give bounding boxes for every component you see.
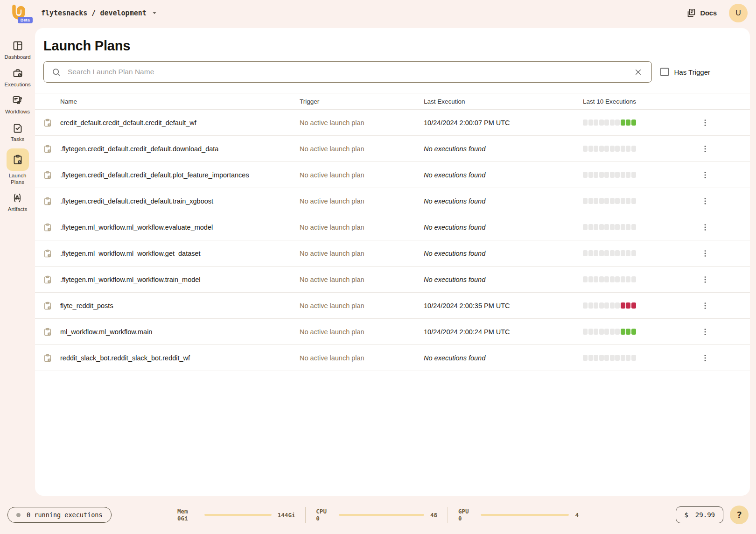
- last-execution: No executions found: [424, 250, 583, 257]
- execution-status-square: [604, 302, 609, 309]
- table-row[interactable]: .flytegen.credit_default.credit_default.…: [35, 188, 750, 214]
- execution-status-square: [599, 172, 604, 178]
- execution-status-square: [621, 198, 625, 204]
- column-header-last-execution: Last Execution: [424, 98, 583, 105]
- resource-usage-bar: [339, 514, 424, 516]
- trigger-status: No active launch plan: [300, 354, 424, 362]
- execution-status-square: [615, 355, 620, 361]
- topbar-right: Docs U: [683, 4, 748, 22]
- last-execution: No executions found: [424, 171, 583, 179]
- execution-status-square: [594, 119, 598, 126]
- execution-status-square: [610, 146, 615, 152]
- execution-status-square: [588, 198, 593, 204]
- row-menu-button[interactable]: [699, 169, 712, 182]
- resource-divider: [448, 507, 448, 523]
- close-icon: [633, 67, 643, 77]
- execution-status-square: [594, 276, 598, 282]
- execution-status-square: [631, 329, 636, 335]
- execution-status-square: [594, 302, 598, 309]
- search-input[interactable]: [67, 67, 627, 77]
- sidebar-item-artifacts[interactable]: Artifacts: [8, 191, 28, 213]
- sidebar-item-executions[interactable]: Executions: [5, 67, 31, 88]
- execution-status-square: [583, 302, 588, 309]
- execution-status-square: [610, 302, 615, 309]
- execution-status-square: [599, 302, 604, 309]
- execution-status-square: [615, 329, 620, 335]
- row-menu-button[interactable]: [699, 142, 712, 155]
- row-menu-button[interactable]: [699, 247, 712, 260]
- table-row[interactable]: .flytegen.ml_workflow.ml_workflow.evalua…: [35, 214, 750, 240]
- avatar[interactable]: U: [729, 4, 748, 22]
- table-row[interactable]: .flytegen.credit_default.credit_default.…: [35, 136, 750, 162]
- execution-status-square: [631, 119, 636, 126]
- execution-status-square: [626, 119, 630, 126]
- execution-status-square: [631, 276, 636, 282]
- row-menu-button[interactable]: [699, 325, 712, 338]
- row-menu-button[interactable]: [699, 195, 712, 208]
- table-row[interactable]: .flytegen.credit_default.credit_default.…: [35, 162, 750, 188]
- last-execution: No executions found: [424, 145, 583, 153]
- launch-plan-name: .flytegen.credit_default.credit_default.…: [60, 145, 300, 153]
- breadcrumb[interactable]: flytesnacks / development: [41, 9, 158, 17]
- table-row[interactable]: reddit_slack_bot.reddit_slack_bot.reddit…: [35, 345, 750, 371]
- execution-status-square: [621, 329, 625, 335]
- docs-button[interactable]: Docs: [683, 7, 720, 19]
- execution-status-square: [599, 224, 604, 230]
- last-execution: 10/24/2024 2:00:24 PM UTC: [424, 328, 583, 336]
- row-menu-button[interactable]: [699, 299, 712, 312]
- table-row[interactable]: .flytegen.ml_workflow.ml_workflow.get_da…: [35, 240, 750, 267]
- execution-status-square: [588, 329, 593, 335]
- sidebar-item-workflows[interactable]: Workflows: [5, 94, 30, 115]
- sidebar-item-tasks[interactable]: Tasks: [8, 121, 27, 143]
- launch-plan-icon: [35, 170, 60, 180]
- execution-status-square: [626, 276, 630, 282]
- table-row[interactable]: flyte_reddit_postsNo active launch plan1…: [35, 293, 750, 319]
- execution-status-square: [599, 355, 604, 361]
- row-menu-button[interactable]: [699, 273, 712, 286]
- row-menu-button[interactable]: [699, 116, 712, 129]
- last-execution: No executions found: [424, 224, 583, 231]
- execution-status-square: [631, 224, 636, 230]
- workflows-icon: [8, 94, 27, 107]
- has-trigger-checkbox[interactable]: [660, 68, 669, 76]
- resource-label: CPU 0: [316, 508, 332, 522]
- launch-plans-table: NameTriggerLast ExecutionLast 10 Executi…: [35, 93, 750, 371]
- last-execution: No executions found: [424, 354, 583, 362]
- resource-capacity: 4: [575, 512, 579, 519]
- sidebar-item-label: Dashboard: [5, 54, 31, 61]
- execution-status-square: [631, 355, 636, 361]
- execution-status-square: [626, 198, 630, 204]
- table-row[interactable]: .flytegen.ml_workflow.ml_workflow.train_…: [35, 267, 750, 293]
- running-executions-button[interactable]: 0 running executions: [7, 507, 112, 523]
- sidebar-item-launch-plans[interactable]: Launch Plans: [5, 148, 31, 185]
- table-row[interactable]: ml_workflow.ml_workflow.mainNo active la…: [35, 319, 750, 345]
- row-menu-button[interactable]: [699, 351, 712, 365]
- help-button[interactable]: ?: [730, 506, 749, 524]
- execution-status-square: [599, 276, 604, 282]
- execution-status-square: [604, 329, 609, 335]
- last-execution: 10/24/2024 2:00:35 PM UTC: [424, 302, 583, 309]
- union-logo[interactable]: Beta: [8, 2, 29, 24]
- sidebar-item-dashboard[interactable]: Dashboard: [5, 39, 31, 61]
- clear-search-button[interactable]: [632, 66, 644, 78]
- row-menu-button[interactable]: [699, 221, 712, 234]
- last10-executions: [583, 172, 699, 178]
- last10-executions: [583, 250, 699, 256]
- execution-status-square: [588, 355, 593, 361]
- last10-executions: [583, 276, 699, 282]
- execution-status-square: [615, 276, 620, 282]
- main-content: Launch Plans Has Trigger NameTriggerLast…: [35, 28, 750, 496]
- running-status-dot-icon: [16, 513, 21, 517]
- execution-status-square: [621, 224, 625, 230]
- artifacts-icon: [8, 191, 27, 204]
- execution-status-square: [599, 250, 604, 256]
- execution-status-square: [588, 302, 593, 309]
- credits-button[interactable]: $ 29.99: [676, 506, 723, 523]
- execution-status-square: [594, 224, 598, 230]
- launch-plan-name: .flytegen.ml_workflow.ml_workflow.train_…: [60, 276, 300, 283]
- has-trigger-filter[interactable]: Has Trigger: [660, 68, 710, 76]
- trigger-status: No active launch plan: [300, 250, 424, 257]
- last10-executions: [583, 146, 699, 152]
- table-row[interactable]: credit_default.credit_default.credit_def…: [35, 110, 750, 136]
- execution-status-square: [588, 146, 593, 152]
